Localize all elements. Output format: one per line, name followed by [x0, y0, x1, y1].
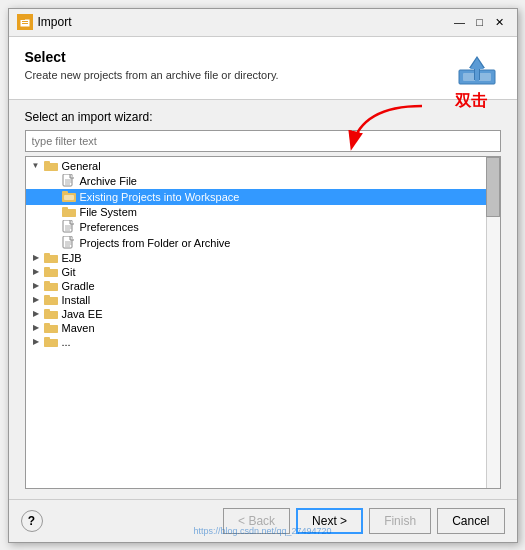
tree-item-maven[interactable]: Maven	[26, 321, 500, 335]
tree-arrow-other	[30, 336, 42, 348]
next-button[interactable]: Next >	[296, 508, 363, 534]
tree-item-git[interactable]: Git	[26, 265, 500, 279]
tree-item-javaee[interactable]: Java EE	[26, 307, 500, 321]
tree-label-general: General	[62, 160, 101, 172]
footer-left: ?	[21, 510, 43, 532]
tree-label-archive: Archive File	[80, 175, 137, 187]
header-section: Select Create new projects from an archi…	[9, 37, 517, 100]
tree-container: General Archive File Existing Projects i…	[25, 156, 501, 489]
window-title: Import	[38, 15, 72, 29]
tree-arrow-install	[30, 294, 42, 306]
help-button[interactable]: ?	[21, 510, 43, 532]
finish-button[interactable]: Finish	[369, 508, 431, 534]
tree-label-projects-folder: Projects from Folder or Archive	[80, 237, 231, 249]
close-button[interactable]: ✕	[491, 13, 509, 31]
title-bar: Import — □ ✕	[9, 9, 517, 37]
tree-label-gradle: Gradle	[62, 280, 95, 292]
svg-rect-18	[62, 191, 68, 194]
svg-rect-35	[45, 256, 57, 262]
title-controls: — □ ✕	[451, 13, 509, 31]
tree-label-maven: Maven	[62, 322, 95, 334]
tree-item-preferences[interactable]: Preferences	[26, 219, 500, 235]
dialog-subtitle: Create new projects from an archive file…	[25, 69, 279, 81]
svg-rect-51	[45, 312, 57, 318]
footer-right: < Back Next > Finish Cancel	[223, 508, 504, 534]
svg-rect-43	[45, 284, 57, 290]
tree-scroll[interactable]: General Archive File Existing Projects i…	[26, 157, 500, 488]
svg-rect-39	[45, 270, 57, 276]
tree-item-gradle[interactable]: Gradle	[26, 279, 500, 293]
tree-item-existing[interactable]: Existing Projects into Workspace	[26, 189, 500, 205]
tree-icon-javaee	[44, 308, 58, 319]
tree-label-existing: Existing Projects into Workspace	[80, 191, 240, 203]
tree-icon-archive	[62, 174, 76, 188]
tree-arrow-git	[30, 266, 42, 278]
maximize-button[interactable]: □	[471, 13, 489, 31]
back-button[interactable]: < Back	[223, 508, 290, 534]
tree-icon-projects-folder	[62, 236, 76, 250]
tree-icon-existing	[62, 190, 76, 204]
tree-item-filesystem[interactable]: File System	[26, 205, 500, 219]
tree-icon-ejb	[44, 252, 58, 263]
content-area: Select an import wizard: General Archive…	[9, 100, 517, 499]
tree-item-projects-folder[interactable]: Projects from Folder or Archive	[26, 235, 500, 251]
tree-icon-install	[44, 294, 58, 305]
tree-icon-general	[44, 160, 58, 171]
header-icon	[453, 49, 501, 89]
tree-icon-preferences	[62, 220, 76, 234]
scrollbar-track[interactable]	[486, 157, 500, 488]
filter-input[interactable]	[25, 130, 501, 152]
tree-item-other[interactable]: ...	[26, 335, 500, 349]
svg-rect-19	[64, 195, 74, 200]
svg-rect-3	[22, 23, 28, 24]
tree-label-git: Git	[62, 266, 76, 278]
tree-icon-gradle	[44, 280, 58, 291]
tree-icon-maven	[44, 322, 58, 333]
tree-icon-filesystem	[62, 206, 76, 217]
tree-arrow-gradle	[30, 280, 42, 292]
scrollbar-thumb[interactable]	[486, 157, 500, 217]
minimize-button[interactable]: —	[451, 13, 469, 31]
dialog-title: Select	[25, 49, 279, 65]
svg-rect-23	[63, 210, 75, 216]
tree-label-preferences: Preferences	[80, 221, 139, 233]
import-graphic-icon	[457, 52, 497, 86]
tree-item-general[interactable]: General	[26, 159, 500, 173]
wizard-label: Select an import wizard:	[25, 110, 501, 124]
svg-rect-1	[20, 17, 25, 20]
tree-arrow-ejb	[30, 252, 42, 264]
tree-item-install[interactable]: Install	[26, 293, 500, 307]
svg-rect-55	[45, 326, 57, 332]
tree-arrow-javaee	[30, 308, 42, 320]
tree-icon-git	[44, 266, 58, 277]
tree-label-ejb: EJB	[62, 252, 82, 264]
cancel-button[interactable]: Cancel	[437, 508, 504, 534]
tree-item-ejb[interactable]: EJB	[26, 251, 500, 265]
tree-label-other: ...	[62, 336, 71, 348]
tree-label-install: Install	[62, 294, 91, 306]
svg-rect-12	[45, 164, 57, 170]
svg-rect-59	[45, 340, 57, 346]
import-dialog: Import — □ ✕ Select Create new projects …	[8, 8, 518, 543]
title-bar-left: Import	[17, 14, 72, 30]
tree-arrow-general	[30, 160, 42, 172]
tree-icon-other	[44, 336, 58, 347]
tree-arrow-maven	[30, 322, 42, 334]
window-icon	[17, 14, 33, 30]
tree-item-archive[interactable]: Archive File	[26, 173, 500, 189]
header-text: Select Create new projects from an archi…	[25, 49, 279, 81]
tree-label-javaee: Java EE	[62, 308, 103, 320]
svg-rect-2	[22, 21, 28, 22]
svg-rect-47	[45, 298, 57, 304]
footer: ? < Back Next > Finish Cancel	[9, 499, 517, 542]
tree-label-filesystem: File System	[80, 206, 137, 218]
